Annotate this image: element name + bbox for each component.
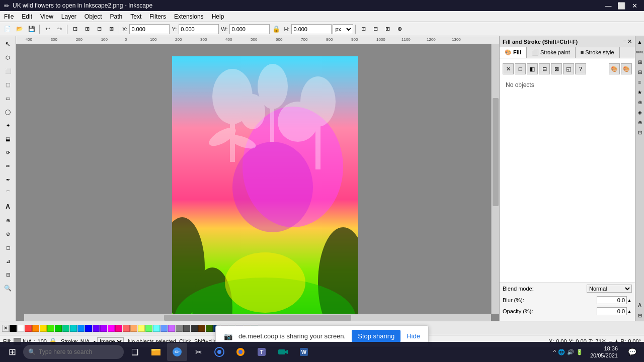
color-swatch-lt-cyan[interactable]: [153, 325, 160, 332]
gradient-tool[interactable]: ◻: [1, 241, 15, 254]
text-tool[interactable]: A: [1, 200, 15, 213]
zoom-page-button[interactable]: ⊞: [82, 24, 93, 35]
color-btn-2[interactable]: 🎨: [621, 63, 632, 74]
filter-effects-btn[interactable]: ⊡: [636, 128, 644, 137]
no-color-swatch[interactable]: ✕: [2, 325, 9, 332]
fill-linear-btn[interactable]: ◧: [527, 63, 538, 74]
system-clock[interactable]: 18:36 20/05/2021: [587, 345, 621, 359]
fill-color-btn[interactable]: □: [515, 63, 526, 74]
teams-task[interactable]: T: [252, 343, 272, 361]
color-swatch-lt-green[interactable]: [145, 325, 152, 332]
menu-layer[interactable]: Layer: [57, 12, 80, 21]
paint-bucket-tool[interactable]: ⊘: [1, 227, 15, 240]
zoom-fit-button[interactable]: ⊡: [69, 24, 80, 35]
snap-btn1[interactable]: ⊡: [358, 24, 369, 35]
color-swatch-dk-gray[interactable]: [183, 325, 190, 332]
bottom-btn2[interactable]: ⊟: [636, 311, 644, 320]
pen-tool[interactable]: ✒: [1, 173, 15, 186]
color-swatch-red[interactable]: [25, 325, 32, 332]
menu-extensions[interactable]: Extensions: [170, 12, 208, 21]
layers-btn[interactable]: ≡: [636, 77, 644, 86]
snipping-task[interactable]: ✂: [188, 343, 208, 361]
show-hidden-icons[interactable]: ^: [553, 349, 556, 355]
firefox-task[interactable]: [230, 343, 251, 361]
menu-path[interactable]: Path: [106, 12, 127, 21]
pencil-tool[interactable]: ✏: [1, 159, 15, 172]
tab-stroke-style[interactable]: ≡ Stroke style: [576, 47, 620, 58]
fill-none-btn[interactable]: ✕: [503, 63, 514, 74]
spiral-tool[interactable]: ⟳: [1, 146, 15, 159]
file-explorer-task[interactable]: [146, 343, 166, 361]
color-swatch-yellow[interactable]: [40, 325, 47, 332]
snap-btn4[interactable]: ⊛: [394, 24, 405, 35]
symbols-btn[interactable]: ★: [636, 87, 644, 97]
color-swatch-pink[interactable]: [115, 325, 122, 332]
color-swatch-peach[interactable]: [130, 325, 137, 332]
ellipse-tool[interactable]: ◯: [1, 105, 15, 118]
menu-filters[interactable]: Filters: [145, 12, 170, 21]
zoom-glass-tool[interactable]: 🔍: [1, 282, 15, 295]
fill-radial-btn[interactable]: ⊟: [539, 63, 550, 74]
blur-input[interactable]: [597, 296, 627, 304]
menu-help[interactable]: Help: [208, 12, 228, 21]
start-button[interactable]: ⊞: [2, 343, 22, 361]
chrome-task[interactable]: [209, 343, 229, 361]
tab-stroke-paint[interactable]: ⬜ Stroke paint: [527, 47, 576, 58]
blur-increment[interactable]: ▲: [627, 298, 632, 303]
menu-view[interactable]: View: [36, 12, 57, 21]
meet-task[interactable]: [273, 343, 293, 361]
search-input[interactable]: [39, 348, 119, 355]
star-tool[interactable]: ✦: [1, 119, 15, 132]
lock-btn[interactable]: 🔒: [271, 24, 282, 35]
xml-btn[interactable]: XML: [636, 47, 644, 56]
swatches-btn[interactable]: ◈: [636, 108, 644, 117]
color-swatch-magenta[interactable]: [108, 325, 115, 332]
fill-unset-btn[interactable]: ?: [575, 63, 586, 74]
color-swatch-violet[interactable]: [100, 325, 107, 332]
panel-menu-btn[interactable]: ≡: [623, 38, 626, 45]
menu-object[interactable]: Object: [80, 12, 106, 21]
bottom-btn1[interactable]: A: [636, 301, 644, 310]
new-button[interactable]: 📄: [2, 24, 13, 35]
measure-tool[interactable]: ⬚: [1, 78, 15, 91]
color-swatch-mid-gray[interactable]: [176, 325, 183, 332]
color-swatch-teal[interactable]: [62, 325, 69, 332]
color-swatch-green[interactable]: [55, 325, 62, 332]
snap-btn2[interactable]: ⊟: [370, 24, 381, 35]
opacity-input[interactable]: [597, 307, 627, 315]
open-button[interactable]: 📂: [14, 24, 25, 35]
notification-center[interactable]: 💬: [622, 343, 642, 361]
color-swatch-white[interactable]: [17, 325, 24, 332]
transform-btn[interactable]: ⊟: [636, 67, 644, 76]
snap-btn3[interactable]: ⊞: [382, 24, 393, 35]
color-swatch-lime[interactable]: [47, 325, 54, 332]
menu-file[interactable]: File: [0, 12, 18, 21]
align-btn[interactable]: ⊞: [636, 57, 644, 66]
inkscape-task[interactable]: ✏: [167, 343, 187, 361]
color-swatch-orange[interactable]: [32, 325, 39, 332]
volume-icon[interactable]: 🔊: [567, 349, 574, 355]
canvas-hscrollbar[interactable]: [24, 314, 491, 321]
color-btn-1[interactable]: 🎨: [609, 63, 620, 74]
zoom-select-button[interactable]: ⊠: [106, 24, 117, 35]
h-input[interactable]: [291, 24, 332, 34]
x-input[interactable]: [129, 24, 170, 34]
taskbar-search[interactable]: 🔍: [23, 345, 124, 359]
task-view-button[interactable]: ❑: [125, 343, 145, 361]
color-swatch-dk-green[interactable]: [206, 325, 213, 332]
dropper-tool[interactable]: ⊿: [1, 254, 15, 267]
zoom-draw-button[interactable]: ⊟: [94, 24, 105, 35]
node-tool[interactable]: ⬡: [1, 51, 15, 64]
menu-edit[interactable]: Edit: [18, 12, 36, 21]
fill-pattern-btn[interactable]: ⊠: [551, 63, 562, 74]
color-swatch-indigo[interactable]: [93, 325, 100, 332]
panel-expand-btn[interactable]: ▲: [636, 37, 644, 46]
panel-close-btn[interactable]: ✕: [627, 38, 632, 45]
calligraphy-tool[interactable]: ⌒: [1, 187, 15, 200]
close-button[interactable]: ✕: [629, 0, 640, 11]
select-tool[interactable]: ↖: [1, 37, 15, 50]
menu-text[interactable]: Text: [126, 12, 145, 21]
units-select[interactable]: px mm cm in: [333, 24, 353, 34]
y-input[interactable]: [179, 24, 219, 34]
rectangle-tool[interactable]: ▭: [1, 92, 15, 105]
